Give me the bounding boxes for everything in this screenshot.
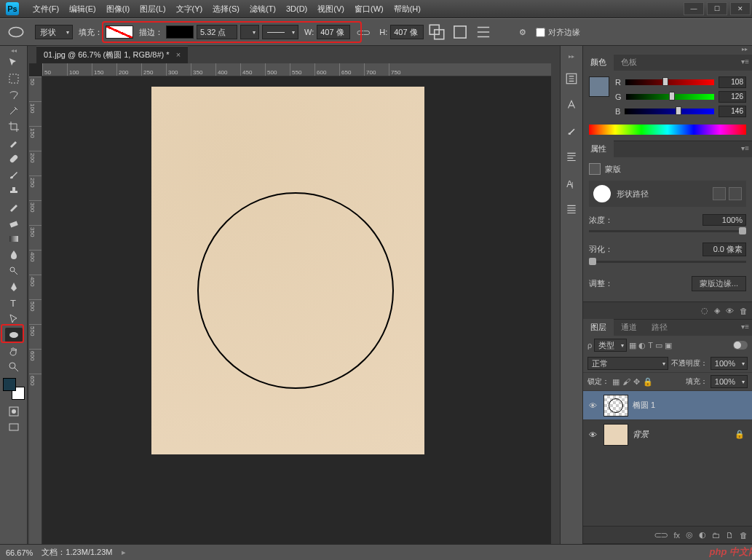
height-input[interactable] bbox=[390, 25, 424, 39]
foreground-color[interactable] bbox=[3, 378, 16, 391]
link-layers-icon[interactable]: ⸦⸧ bbox=[654, 530, 668, 540]
blend-mode-select[interactable]: 正常 bbox=[587, 357, 668, 370]
visibility-toggle[interactable]: 👁 bbox=[586, 401, 599, 410]
fill-opacity-value[interactable]: 100% bbox=[711, 375, 748, 388]
lock-transparent-icon[interactable]: ▦ bbox=[612, 377, 620, 387]
layer-name[interactable]: 背景 bbox=[633, 429, 649, 440]
g-slider[interactable] bbox=[626, 92, 714, 101]
align-edges-checkbox[interactable] bbox=[536, 28, 545, 37]
stroke-style-select[interactable] bbox=[262, 25, 298, 39]
pen-tool[interactable] bbox=[5, 280, 23, 294]
path-arrange-icon[interactable] bbox=[473, 24, 494, 40]
fill-swatch[interactable] bbox=[106, 25, 133, 39]
wand-tool[interactable] bbox=[5, 103, 23, 118]
tab-channels[interactable]: 通道 bbox=[614, 319, 644, 336]
ellipse-shape[interactable] bbox=[197, 192, 394, 389]
marquee-tool[interactable] bbox=[5, 71, 23, 86]
lock-all-icon[interactable]: 🔒 bbox=[643, 377, 653, 387]
density-value[interactable]: 100% bbox=[702, 214, 746, 226]
b-value[interactable]: 146 bbox=[719, 106, 746, 117]
paragraph-panel-icon[interactable] bbox=[563, 149, 579, 165]
menu-filter[interactable]: 滤镜(T) bbox=[245, 4, 281, 15]
new-layer-icon[interactable]: 🗋 bbox=[726, 531, 734, 540]
stroke-width-input[interactable] bbox=[197, 25, 237, 39]
color-swatches[interactable] bbox=[3, 378, 25, 400]
feather-slider[interactable] bbox=[589, 261, 746, 263]
stamp-tool[interactable] bbox=[5, 184, 23, 198]
canvas[interactable] bbox=[42, 76, 551, 544]
hand-tool[interactable] bbox=[5, 344, 23, 358]
layer-name[interactable]: 椭圆 1 bbox=[633, 400, 655, 411]
history-panel-icon[interactable] bbox=[563, 71, 579, 87]
tab-layers[interactable]: 图层 bbox=[583, 319, 614, 336]
menu-type[interactable]: 文字(Y) bbox=[171, 4, 208, 15]
panel-menu-icon[interactable]: ▾≡ bbox=[741, 144, 749, 152]
path-ops-icon[interactable] bbox=[427, 24, 447, 40]
styles-panel-icon[interactable]: A| bbox=[563, 176, 579, 192]
add-mask-icon[interactable]: ◎ bbox=[686, 530, 693, 540]
minimize-button[interactable]: — bbox=[684, 2, 704, 15]
tab-color[interactable]: 颜色 bbox=[583, 54, 614, 71]
width-input[interactable] bbox=[317, 25, 350, 39]
expand-panels-icon[interactable]: ▸▸ bbox=[561, 53, 582, 60]
healing-tool[interactable] bbox=[5, 151, 23, 166]
vertical-ruler[interactable]: 50100150200250300350400450500550600650 bbox=[29, 76, 42, 544]
lock-position-icon[interactable]: ✥ bbox=[633, 377, 640, 387]
filter-shape-icon[interactable]: ▭ bbox=[655, 341, 662, 350]
filter-pixel-icon[interactable]: ▦ bbox=[629, 341, 636, 350]
adjustment-layer-icon[interactable]: ◐ bbox=[699, 530, 706, 540]
filter-toggle[interactable] bbox=[733, 341, 748, 350]
visibility-toggle[interactable]: 👁 bbox=[586, 430, 599, 439]
layer-row[interactable]: 👁 椭圆 1 bbox=[583, 390, 752, 419]
menu-file[interactable]: 文件(F) bbox=[28, 4, 64, 15]
path-select-tool[interactable] bbox=[5, 312, 23, 326]
maximize-button[interactable]: ☐ bbox=[707, 2, 727, 15]
mask-edge-button[interactable]: 蒙版边缘... bbox=[692, 276, 746, 291]
color-spectrum[interactable] bbox=[589, 125, 746, 135]
history-brush-tool[interactable] bbox=[5, 200, 23, 214]
eraser-tool[interactable] bbox=[5, 216, 23, 230]
type-tool[interactable]: T bbox=[5, 296, 23, 310]
zoom-tool[interactable] bbox=[5, 360, 23, 374]
menu-layer[interactable]: 图层(L) bbox=[135, 4, 170, 15]
filter-adjust-icon[interactable]: ◐ bbox=[638, 341, 646, 350]
zoom-level[interactable]: 66.67% bbox=[6, 548, 33, 557]
blur-tool[interactable] bbox=[5, 248, 23, 262]
close-button[interactable]: ✕ bbox=[730, 2, 751, 15]
horizontal-ruler[interactable]: 5010015020025030035040045050055060065070… bbox=[42, 63, 551, 76]
lock-pixels-icon[interactable]: 🖌 bbox=[622, 377, 630, 386]
layer-thumbnail[interactable] bbox=[603, 395, 628, 417]
crop-tool[interactable] bbox=[5, 119, 23, 134]
g-value[interactable]: 126 bbox=[719, 91, 746, 103]
filter-smart-icon[interactable]: ▣ bbox=[665, 341, 672, 350]
gradient-tool[interactable] bbox=[5, 232, 23, 246]
filter-type-select[interactable]: 类型 bbox=[594, 339, 627, 352]
layer-fx-icon[interactable]: fx bbox=[673, 531, 680, 540]
brush-panel-icon[interactable] bbox=[563, 123, 579, 139]
shape-mode-select[interactable]: 形状 bbox=[35, 25, 73, 39]
b-slider[interactable] bbox=[625, 107, 714, 116]
menu-view[interactable]: 视图(V) bbox=[312, 4, 349, 15]
disable-mask-icon[interactable]: 👁 bbox=[726, 307, 734, 315]
tool-preset-icon[interactable] bbox=[6, 24, 26, 40]
delete-layer-icon[interactable]: 🗑 bbox=[740, 531, 748, 540]
panel-menu-icon[interactable]: ▾≡ bbox=[741, 58, 749, 66]
tab-swatches[interactable]: 色板 bbox=[614, 54, 644, 71]
apply-mask-icon[interactable]: ◈ bbox=[714, 306, 720, 315]
vector-mask-icon[interactable] bbox=[713, 187, 726, 200]
panel-menu-icon[interactable]: ▾≡ bbox=[741, 323, 749, 331]
menu-edit[interactable]: 编辑(E) bbox=[64, 4, 101, 15]
brush-tool[interactable] bbox=[5, 167, 23, 182]
layer-thumbnail[interactable] bbox=[603, 424, 628, 446]
move-tool[interactable] bbox=[5, 55, 23, 70]
tab-paths[interactable]: 路径 bbox=[644, 319, 675, 336]
quickmask-tool[interactable] bbox=[5, 404, 23, 419]
eyedropper-tool[interactable] bbox=[5, 135, 23, 150]
gear-icon[interactable]: ⚙ bbox=[512, 24, 533, 40]
color-preview[interactable] bbox=[589, 76, 609, 97]
collapse-icon[interactable]: ◂◂ bbox=[0, 47, 27, 55]
menu-3d[interactable]: 3D(D) bbox=[281, 4, 312, 13]
close-tab-icon[interactable]: × bbox=[176, 50, 181, 59]
ellipse-tool[interactable] bbox=[5, 328, 23, 342]
new-group-icon[interactable]: 🗀 bbox=[712, 531, 720, 540]
